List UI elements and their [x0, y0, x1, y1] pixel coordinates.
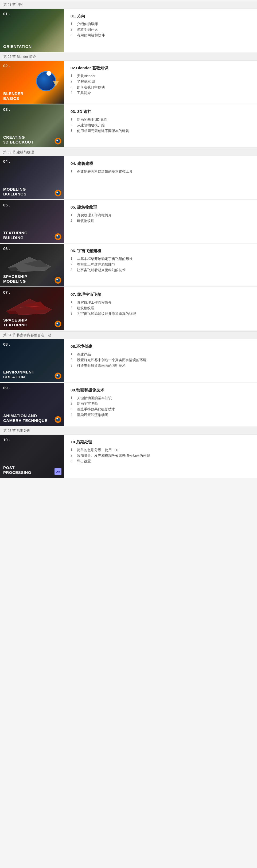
topic-text: 添加噪音、发光和模糊等效果来增强动画的外观: [77, 454, 150, 458]
lesson-title-overlay: ANIMATION ANDCAMERA TECHNIQUE: [3, 413, 47, 423]
lesson-topics: 1 介绍你的导师 2 您将学到什么 3 有用的网站和软件: [71, 22, 251, 38]
topic-number: 3: [71, 33, 75, 37]
topic-item: 2 从建筑物建模开始: [71, 123, 251, 128]
topic-text: 创建硬表面科幻建筑的基本建模工具: [77, 169, 133, 174]
topic-number: 2: [71, 454, 75, 457]
topic-item: 1 真实纹理工作流程简介: [71, 300, 251, 306]
topic-number: 2: [71, 219, 75, 222]
topic-text: 简单的色彩分级，使用 LUT: [77, 448, 119, 453]
lesson-topics: 1 创建硬表面科幻建筑的基本建模工具: [71, 169, 251, 175]
course-outline: 第 01 节 旧约 01 . ORIENTATION: [0, 1, 257, 478]
lesson-number: 09 .: [3, 385, 10, 390]
topic-item: 2 建筑物纹理: [71, 218, 251, 224]
lesson-number: 07 .: [3, 290, 10, 294]
topic-item: 2 了解基本 UI: [71, 79, 251, 85]
course-info-item09: 09.动画和摄像技术 1 关键帧动画的基本知识 2 动画宇宙飞船 3 创造手持效…: [64, 383, 257, 426]
topic-item: 1 创建硬表面科幻建筑的基本建模工具: [71, 169, 251, 175]
topic-text: 建筑物纹理: [77, 219, 94, 223]
topic-item: 2 动画宇宙飞船: [71, 401, 251, 407]
topic-text: 创建作品: [77, 352, 91, 357]
svg-text:Ae: Ae: [57, 470, 60, 473]
blender-icon: [54, 372, 62, 380]
topic-number: 3: [71, 129, 75, 132]
course-item-item09: 09 . ANIMATION ANDCAMERA TECHNIQUE: [0, 383, 257, 426]
topic-item: 1 创建作品: [71, 352, 251, 358]
lesson-topics: 1 从基本框架开始确定宇宙飞船的形状 2 在框架上构建并添加细节 3 让宇宙飞船…: [71, 256, 251, 273]
lesson-number: 08 .: [3, 342, 10, 346]
topic-item: 2 建筑物纹理: [71, 306, 251, 311]
section-header: 第 05 节 后期处理: [0, 427, 257, 435]
svg-point-21: [57, 322, 58, 324]
topic-item: 3 使用相同元素创建不同版本的建筑: [71, 128, 251, 134]
thumbnail-item05[interactable]: 05 . TEXTURINGBUILDING: [0, 200, 64, 243]
topic-item: 2 添加噪音、发光和模糊等效果来增强动画的外观: [71, 453, 251, 459]
lesson-main-title: 08.环境创建: [71, 344, 251, 349]
blender-icon: [54, 277, 62, 284]
topic-item: 3 导出设置: [71, 459, 251, 464]
course-info-item01: 01. 方向 1 介绍你的导师 2 您将学到什么 3 有用的网站和软件: [64, 9, 257, 52]
topic-text: 动画宇宙飞船: [77, 402, 98, 406]
lesson-topics: 1 真实纹理工作流程简介 2 建筑物纹理 3 为宇宙飞船添加纹理并添加逼真的纹理: [71, 300, 251, 317]
lesson-main-title: 04. 建筑建模: [71, 161, 251, 166]
lesson-topics: 1 关键帧动画的基本知识 2 动画宇宙飞船 3 创造手持效果的摄影技术 4 渲染…: [71, 396, 251, 418]
topic-item: 3 有用的网站和软件: [71, 33, 251, 38]
topic-item: 3 让宇宙飞船看起来更科幻的技术: [71, 268, 251, 273]
course-info-item08: 08.环境创建 1 创建作品 2 设置灯光和雾来创造一个真实而有情境的环境 3 …: [64, 339, 257, 382]
lesson-topics: 1 动画的基本 3D 遮挡 2 从建筑物建模开始 3 使用相同元素创建不同版本的…: [71, 117, 251, 134]
topic-number: 1: [71, 396, 75, 400]
topic-number: 3: [71, 85, 75, 89]
blender-icon: [54, 416, 62, 424]
thumbnail-item01[interactable]: 01 . ORIENTATION: [0, 9, 64, 52]
thumbnail-item02[interactable]: 02 . BLENDERBASICS: [0, 61, 64, 103]
lesson-title-overlay: POSTPROCESSING: [3, 465, 31, 475]
svg-point-7: [56, 235, 60, 239]
lesson-title-overlay: SPACESHIPMODELING: [3, 274, 27, 284]
thumbnail-item03[interactable]: 03 . CREATING3D BLOCKOUT: [0, 104, 64, 147]
topic-item: 2 您将学到什么: [71, 27, 251, 33]
course-item-item02: 02 . BLENDERBASICS 02.Blender 基础知识 1 安装B…: [0, 61, 257, 104]
topic-text: 动画的基本 3D 遮挡: [77, 118, 107, 122]
topic-item: 1 动画的基本 3D 遮挡: [71, 117, 251, 123]
course-item-item07: 07 . SPACESHIPTEXTURING 07. 纹理: [0, 287, 257, 331]
course-item-item10: 10 . POSTPROCESSING Ae 10.后期处理: [0, 435, 257, 478]
topic-item: 1 从基本框架开始确定宇宙飞船的形状: [71, 256, 251, 262]
topic-item: 3 创造手持效果的摄影技术: [71, 407, 251, 412]
topic-number: 1: [71, 448, 75, 452]
blender-icon: [54, 233, 62, 241]
thumbnail-item07[interactable]: 07 . SPACESHIPTEXTURING: [0, 287, 64, 330]
topic-number: 2: [71, 123, 75, 127]
thumbnail-item08[interactable]: 08 . ENVIRONMENTCREATION: [0, 339, 64, 382]
blender-icon: [54, 320, 62, 328]
lesson-number: 01 .: [3, 11, 10, 16]
lesson-number: 10 .: [3, 437, 10, 442]
svg-point-26: [56, 418, 60, 422]
topic-text: 设置灯光和雾来创造一个真实而有情境的环境: [77, 358, 146, 363]
course-info-item10: 10.后期处理 1 简单的色彩分级，使用 LUT 2 添加噪音、发光和模糊等效果…: [64, 435, 257, 478]
thumbnail-item09[interactable]: 09 . ANIMATION ANDCAMERA TECHNIQUE: [0, 383, 64, 426]
topic-item: 4 渲染设置和渲染动画: [71, 412, 251, 418]
lesson-title-overlay: ENVIRONMENTCREATION: [3, 370, 34, 379]
lesson-main-title: 09.动画和摄像技术: [71, 388, 251, 393]
lesson-main-title: 03. 3D 遮挡: [71, 109, 251, 114]
thumbnail-item06[interactable]: 06 . SPACESHIPMODELING: [0, 244, 64, 286]
course-info-item02: 02.Blender 基础知识 1 安装Blender 2 了解基本 UI 3 …: [64, 61, 257, 103]
topic-item: 3 打造电影般逼真画面的照明技术: [71, 363, 251, 369]
course-info-item04: 04. 建筑建模 1 创建硬表面科幻建筑的基本建模工具: [64, 156, 257, 199]
topic-text: 有用的网站和软件: [77, 33, 105, 38]
section-header: 第 03 节 建模与纹理: [0, 149, 257, 156]
svg-point-20: [56, 322, 60, 326]
svg-point-23: [56, 374, 60, 378]
svg-point-14: [57, 279, 58, 280]
thumbnail-item04[interactable]: 04 . MODELINGBUILDINGS: [0, 156, 64, 199]
lesson-number: 04 .: [3, 159, 10, 163]
ae-icon: Ae: [54, 468, 62, 475]
lesson-title-overlay: SPACESHIPTEXTURING: [3, 318, 28, 328]
topic-text: 真实纹理工作流程简介: [77, 213, 112, 218]
svg-point-4: [56, 191, 60, 195]
topic-number: 2: [71, 358, 75, 362]
topic-number: 2: [71, 402, 75, 405]
topic-text: 为宇宙飞船添加纹理并添加逼真的纹理: [77, 312, 136, 316]
topic-number: 3: [71, 407, 75, 411]
lesson-main-title: 10.后期处理: [71, 440, 251, 445]
thumbnail-item10[interactable]: 10 . POSTPROCESSING Ae: [0, 435, 64, 478]
